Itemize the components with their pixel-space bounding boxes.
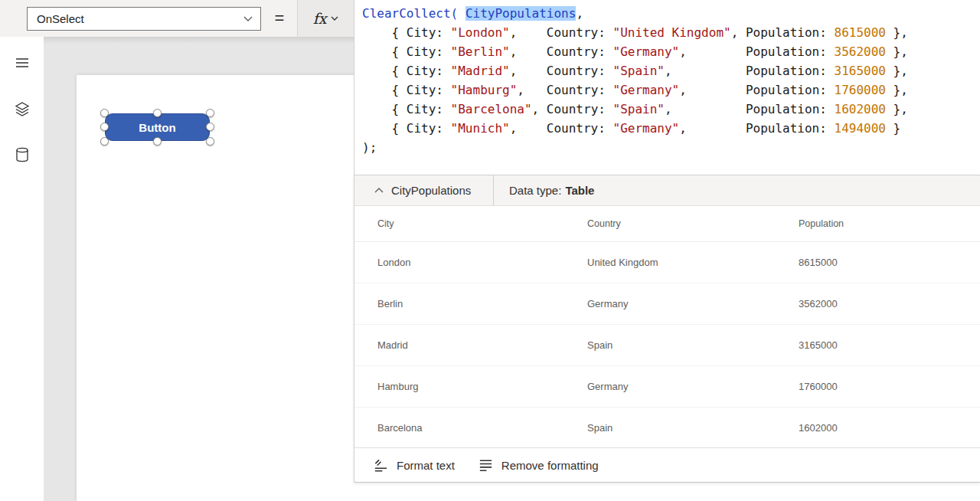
formula-token: , Country:: [510, 64, 613, 78]
result-panel-header: CityPopulations Data type: Table: [354, 175, 980, 206]
formula-line: { City: "Berlin", Country: "Germany", Po…: [362, 42, 980, 61]
formula-token: "Germany": [613, 44, 680, 59]
chevron-up-icon: [374, 188, 384, 193]
formula-toolbar: OnSelect = fx: [0, 0, 354, 37]
formula-line: );: [362, 138, 980, 157]
table-cell: United Kingdom: [587, 257, 799, 268]
selection-handle[interactable]: [100, 123, 109, 131]
table-cell: Madrid: [377, 339, 587, 351]
formula-token: },: [886, 25, 908, 40]
formula-token: "Germany": [613, 83, 680, 97]
formula-token: },: [886, 83, 908, 97]
result-panel-footer: Format text Remove formatting: [354, 447, 980, 482]
format-text-button[interactable]: Format text: [373, 457, 455, 473]
formula-token: "London": [451, 25, 510, 40]
formula-token: , Country:: [510, 121, 613, 136]
formula-token: },: [886, 64, 908, 78]
table-cell: Spain: [587, 422, 799, 434]
selection-handle[interactable]: [100, 137, 109, 146]
data-icon[interactable]: [4, 136, 41, 173]
formula-token: , Population:: [679, 83, 834, 97]
remove-formatting-button[interactable]: Remove formatting: [478, 457, 599, 473]
property-selector[interactable]: OnSelect: [27, 7, 261, 31]
selection-handle[interactable]: [153, 137, 162, 146]
formula-token: , Country:: [510, 44, 613, 59]
collection-toggle[interactable]: CityPopulations: [354, 175, 494, 205]
table-row: BarcelonaSpain1602000: [354, 408, 980, 447]
formula-token: "Spain": [613, 64, 665, 78]
formula-token: );: [362, 140, 377, 155]
selection-handle[interactable]: [206, 137, 214, 146]
button-selection: Button: [105, 113, 210, 141]
formula-token: }: [886, 121, 900, 136]
formula-token: "Barcelona": [451, 102, 532, 116]
table-cell: 8615000: [799, 257, 980, 268]
column-header: Country: [587, 218, 799, 229]
formula-token: },: [886, 102, 908, 116]
table-cell: Berlin: [377, 298, 587, 309]
formula-token: { City:: [362, 25, 451, 40]
remove-formatting-label: Remove formatting: [501, 459, 599, 472]
formula-editor[interactable]: ClearCollect( CityPopulations, { City: "…: [354, 0, 980, 175]
formula-result-panel: CityPopulations Data type: Table CityCou…: [354, 175, 980, 483]
formula-token: , Population:: [665, 64, 835, 78]
layers-icon[interactable]: [4, 90, 41, 127]
table-cell: Hamburg: [377, 381, 587, 392]
formula-token: ClearCollect(: [362, 6, 458, 21]
table-row: LondonUnited Kingdom8615000: [354, 242, 980, 283]
formula-token: 1760000: [835, 83, 886, 97]
column-header: Population: [799, 218, 980, 229]
table-row: HamburgGermany1760000: [354, 366, 980, 408]
formula-token: , Country:: [510, 25, 613, 40]
table-header: CityCountryPopulation: [354, 206, 980, 242]
formula-line: ClearCollect( CityPopulations,: [362, 4, 980, 23]
formula-line: { City: "London", Country: "United Kingd…: [362, 23, 980, 42]
formula-line: { City: "Hamburg", Country: "Germany", P…: [362, 80, 980, 100]
formula-token: { City:: [362, 83, 451, 97]
selection-handle[interactable]: [206, 123, 214, 131]
fx-label: fx: [313, 10, 327, 27]
table-cell: Germany: [587, 298, 799, 309]
table-cell: Germany: [587, 381, 799, 392]
table-cell: 1602000: [799, 422, 980, 434]
property-selector-value: OnSelect: [37, 12, 243, 25]
formula-token: "Berlin": [451, 44, 510, 59]
formula-token: "Hamburg": [451, 83, 518, 97]
formula-token: , Country:: [517, 83, 612, 97]
fx-dropdown[interactable]: fx: [297, 0, 354, 37]
equals-sign: =: [268, 6, 291, 31]
formula-token: "Munich": [451, 121, 510, 136]
formula-token: CityPopulations: [466, 6, 577, 21]
selection-handle[interactable]: [153, 109, 162, 117]
formula-line: { City: "Madrid", Country: "Spain", Popu…: [362, 61, 980, 80]
column-header: City: [377, 218, 587, 229]
formula-token: { City:: [362, 64, 451, 78]
hamburger-icon[interactable]: [4, 44, 41, 81]
table-cell: 1760000: [799, 381, 980, 392]
formula-token: ,: [576, 6, 583, 21]
chevron-down-icon: [243, 16, 253, 21]
formula-token: , Country:: [532, 102, 613, 116]
powerapps-studio: Button OnSelect = fx: [0, 0, 980, 501]
selection-handle[interactable]: [100, 109, 109, 117]
collection-name: CityPopulations: [391, 184, 471, 197]
formula-token: "Germany": [613, 121, 680, 136]
formula-code: ClearCollect( CityPopulations, { City: "…: [354, 0, 980, 157]
formula-line: { City: "Barcelona", Country: "Spain", P…: [362, 100, 980, 119]
chevron-down-icon: [331, 16, 338, 21]
formula-token: [458, 6, 466, 21]
left-rail: [0, 37, 44, 501]
format-text-label: Format text: [397, 459, 455, 472]
table-cell: Spain: [587, 339, 799, 351]
formula-token: , Population:: [665, 102, 835, 116]
formula-token: , Population:: [731, 25, 835, 40]
formula-token: "Spain": [613, 102, 665, 116]
formula-token: 1494000: [835, 121, 886, 136]
selection-handle[interactable]: [206, 109, 214, 117]
formula-token: 3165000: [835, 64, 886, 78]
result-table: CityCountryPopulation LondonUnited Kingd…: [354, 206, 980, 447]
formula-token: 3562000: [835, 44, 886, 59]
formula-token: "Madrid": [451, 64, 510, 78]
formula-token: , Population:: [679, 121, 834, 136]
formula-token: { City:: [362, 44, 451, 59]
